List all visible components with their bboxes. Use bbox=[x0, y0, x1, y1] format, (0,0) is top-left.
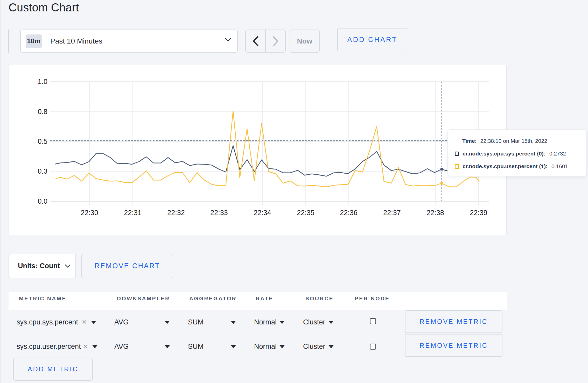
svg-text:22:39: 22:39 bbox=[470, 209, 487, 217]
svg-text:22:36: 22:36 bbox=[340, 209, 358, 217]
svg-text:0.3: 0.3 bbox=[38, 167, 47, 175]
svg-text:22:31: 22:31 bbox=[124, 209, 142, 217]
svg-text:22:32: 22:32 bbox=[167, 209, 185, 217]
svg-text:22:37: 22:37 bbox=[383, 209, 401, 217]
svg-text:22:35: 22:35 bbox=[297, 209, 314, 217]
svg-text:22:38: 22:38 bbox=[426, 209, 444, 217]
svg-text:0.5: 0.5 bbox=[38, 138, 47, 145]
svg-text:0.0: 0.0 bbox=[38, 197, 47, 205]
svg-text:1.0: 1.0 bbox=[38, 78, 47, 86]
svg-text:22:33: 22:33 bbox=[210, 209, 228, 217]
svg-text:22:34: 22:34 bbox=[254, 209, 271, 217]
svg-text:22:30: 22:30 bbox=[81, 209, 98, 217]
svg-text:0.8: 0.8 bbox=[38, 108, 47, 116]
